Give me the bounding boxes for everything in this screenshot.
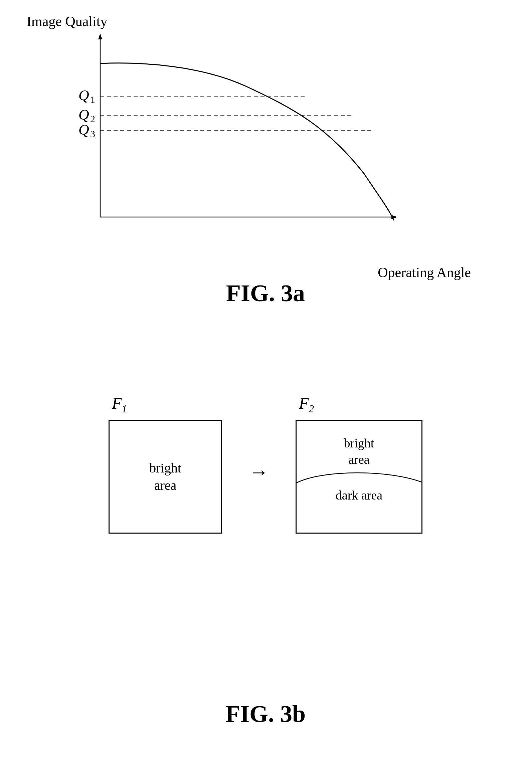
arrow-icon: → (249, 460, 269, 484)
frame-f1-subscript: 1 (122, 403, 127, 415)
fig3b-title: FIG. 3b (226, 700, 305, 728)
svg-text:Q: Q (79, 122, 89, 138)
svg-text:Q: Q (79, 87, 89, 104)
svg-text:1: 1 (90, 94, 95, 105)
frame-f2-box: brightarea dark area (295, 420, 422, 534)
f2-bright-text: brightarea (344, 435, 374, 468)
frame-f1: F1 brightarea (109, 394, 222, 534)
svg-marker-1 (98, 33, 102, 39)
svg-text:3: 3 (90, 128, 95, 139)
frame-f2-label: F2 (295, 394, 314, 415)
svg-text:Q: Q (79, 107, 89, 123)
y-axis-label: Image Quality (27, 13, 107, 29)
frame-f1-content: brightarea (149, 459, 181, 494)
chart-svg: Q 1 Q 2 Q 3 (74, 30, 441, 250)
frame-f2: F2 brightarea dark area (295, 394, 422, 534)
frame-f1-box: brightarea (109, 420, 222, 534)
fig3a-title: FIG. 3a (226, 280, 305, 307)
frames-area: F1 brightarea → F2 (109, 394, 422, 534)
frame-f2-subscript: 2 (309, 403, 314, 415)
f2-dark-text: dark area (336, 487, 382, 503)
arrow-container: → (249, 460, 269, 484)
frame-f1-label: F1 (109, 394, 127, 415)
fig3a-section: Image Quality Q 1 Q 2 Q 3 Operating Angl… (27, 13, 504, 314)
fig3b-section: F1 brightarea → F2 (27, 367, 504, 735)
x-axis-label: Operating Angle (378, 264, 471, 281)
svg-text:2: 2 (90, 113, 95, 124)
